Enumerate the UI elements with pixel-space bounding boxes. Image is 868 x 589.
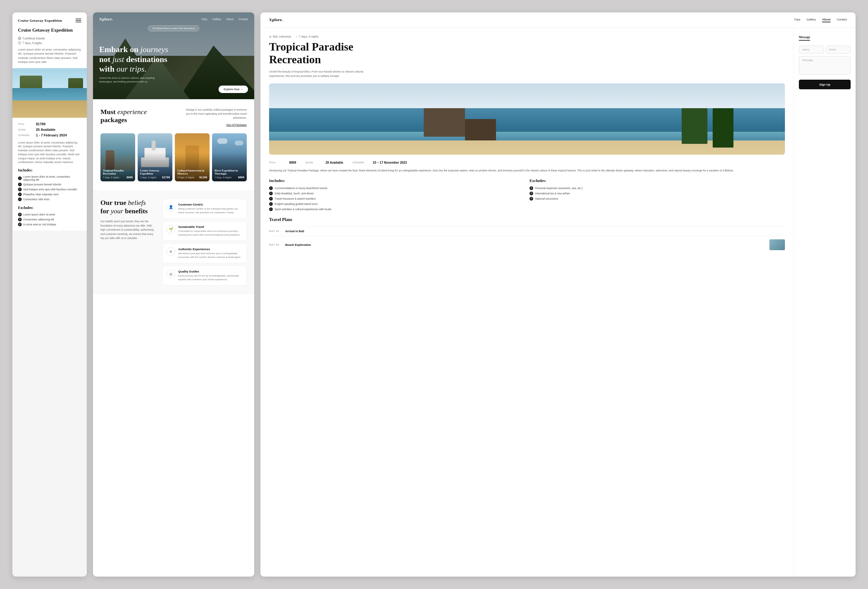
- card-location: ◎ Caribbean Islands: [18, 37, 81, 40]
- card-long-desc: Lorem ipsum dolor sit amet, consectetur …: [18, 141, 81, 165]
- price-item: Price $999: [269, 161, 296, 164]
- beliefs-right: 👤 Customer-Centric Being customer-centri…: [162, 199, 247, 285]
- panel-center: Xplore. Trips Gallery About Contact The …: [93, 12, 254, 577]
- beliefs-left: Our true beliefsfor your benefits Our be…: [100, 199, 156, 285]
- card-meta: ◎ Caribbean Islands ○ 7 days, 6 nights: [18, 37, 81, 45]
- explore-button[interactable]: Explore Now →: [218, 86, 248, 93]
- hero-nav: Xplore. Trips Gallery About Contact: [93, 12, 254, 26]
- check-icon: ✓: [269, 192, 273, 195]
- right-main: ◎ Bali, Indonesia ○ 7 days, 6 nights Tro…: [260, 28, 794, 577]
- hero-content: Embark on journeysnot just destinationsw…: [99, 45, 248, 84]
- packages-grid: Tropical Paradise Recreation 7 days, 6 n…: [100, 133, 247, 182]
- day-image: [769, 239, 785, 250]
- left-nav: Cruise Getaway Expedition: [18, 19, 81, 22]
- sustainable-icon: 🌱: [167, 225, 175, 234]
- check-icon: ✓: [269, 197, 273, 201]
- center-logo: Xplore.: [99, 17, 113, 22]
- customer-centric-icon: 👤: [167, 203, 175, 211]
- dest-subtitle: Unveil the beauty of tropical bliss. Fro…: [269, 69, 375, 78]
- card-duration: ○ 7 days, 6 nights: [18, 41, 81, 45]
- destination-hero-image: [269, 83, 785, 155]
- x-icon: ✗: [530, 192, 533, 195]
- package-card-4[interactable]: River Expedition in Thuringia 7 Days, 6 …: [212, 133, 247, 182]
- card-image: [12, 68, 87, 118]
- list-item: ✓Phasellus vitae vulputate nunc: [18, 192, 81, 196]
- email-input[interactable]: [826, 46, 851, 54]
- panel-right: Xplore. Trips Gallery About Contact ◎ Ba…: [260, 12, 856, 577]
- card-desc: Lorem ipsum dolor sit amet, consectetur …: [18, 48, 81, 65]
- hero-title: Embark on journeysnot just destinationsw…: [99, 45, 248, 74]
- quality-icon: ◎: [167, 270, 175, 278]
- check-icon: ✓: [269, 186, 273, 190]
- see-all-link[interactable]: See All Packages: [226, 123, 247, 127]
- right-nav-about[interactable]: About: [822, 18, 831, 22]
- nav-contact[interactable]: Contact: [238, 18, 248, 21]
- check-icon: ✓: [18, 183, 22, 186]
- belief-card-2: 🌱 Sustainable Travel Committed to respon…: [162, 221, 247, 241]
- includes-list: ✓Lorem ipsum dolor sit amet, consectetur…: [18, 175, 81, 201]
- schedule-row: Schedule 1 - 7 February 2024: [18, 133, 81, 137]
- package-card-1[interactable]: Tropical Paradise Recreation 7 days, 6 n…: [100, 133, 135, 182]
- includes-section: Includes: ✓Lorem ipsum dolor sit amet, c…: [18, 168, 81, 201]
- belief-card-4: ◎ Quality Guides Every journey will be l…: [162, 266, 247, 285]
- belief-text-3: Authentic Experiences We deliver journey…: [178, 247, 243, 259]
- right-nav-trips[interactable]: Trips: [794, 18, 800, 22]
- list-item: ✓Accommodations in luxury beachfront res…: [269, 186, 524, 190]
- name-input[interactable]: [799, 46, 824, 54]
- package-card-3[interactable]: Cultural Immersion in Morocco 6 Days, 5 …: [175, 133, 210, 182]
- x-icon: ✗: [18, 218, 22, 221]
- form-tab: Message: [799, 35, 810, 41]
- list-item: ✓Consectetur nibh enim: [18, 198, 81, 201]
- list-item: ✗Lorem ipsum dolor sit amet: [18, 213, 81, 216]
- includes-list: ✓Accommodations in luxury beachfront res…: [269, 186, 524, 211]
- list-item: ✓Travel insurance & airport transfers: [269, 197, 524, 201]
- belief-card-1: 👤 Customer-Centric Being customer-centri…: [162, 199, 247, 218]
- package-card-2[interactable]: Cruise Getaway Expedition 7 days, 6 nigh…: [138, 133, 172, 182]
- right-nav-gallery[interactable]: Gallery: [807, 18, 816, 22]
- check-icon: ✓: [18, 176, 22, 180]
- right-nav-links: Trips Gallery About Contact: [794, 18, 847, 22]
- list-item: ✓Sed tristique enim quis nibh faucibus c…: [18, 187, 81, 191]
- message-input[interactable]: [799, 56, 851, 75]
- x-icon: ✗: [18, 213, 22, 216]
- time-icon: ○: [296, 35, 298, 38]
- right-nav-contact[interactable]: Contact: [837, 18, 847, 22]
- belief-card-3: ✕ Authentic Experiences We deliver journ…: [162, 244, 247, 263]
- list-item: ✓Quisque posuere laoreet lobortis: [18, 183, 81, 186]
- check-icon: ✓: [269, 207, 273, 211]
- check-icon: ✓: [269, 202, 273, 206]
- dest-description: Introducing our Tropical Paradise Packag…: [269, 169, 785, 173]
- excludes-col: Excludes: ✗Personal expenses (souvenirs,…: [530, 178, 785, 211]
- signup-button[interactable]: Sign Up: [799, 80, 851, 89]
- includes-title: Includes:: [18, 168, 81, 173]
- form-name-email-row: [799, 46, 851, 56]
- panel-left: Cruise Getaway Expedition Cruise Getaway…: [12, 12, 87, 577]
- check-icon: ✓: [18, 192, 22, 196]
- nav-about[interactable]: About: [226, 18, 233, 21]
- hamburger-icon[interactable]: [76, 19, 81, 22]
- quota-row: Quota 25 Available: [18, 128, 81, 131]
- excludes-title: Excludes:: [530, 178, 785, 183]
- x-icon: ✗: [530, 186, 533, 190]
- check-icon: ✓: [18, 187, 22, 191]
- hero-section: Xplore. Trips Gallery About Contact The …: [93, 12, 254, 99]
- hero-badge: The Best Place to Start Your Adventure: [148, 25, 199, 31]
- list-item: ✗In porta ante ac nisl tristique: [18, 223, 81, 226]
- check-icon: ✓: [18, 198, 22, 201]
- list-item: ✗Consectetur adipiscing elit: [18, 218, 81, 221]
- list-item: ✓English-speaking guided island tours: [269, 202, 524, 206]
- schedule-item: Schedule 10 – 17 November 2023: [353, 161, 407, 164]
- list-item: ✗Optional excursions: [530, 197, 785, 201]
- belief-text-1: Customer-Centric Being customer-centric …: [178, 203, 243, 214]
- nav-gallery[interactable]: Gallery: [213, 18, 221, 21]
- excludes-list: ✗Lorem ipsum dolor sit amet ✗Consectetur…: [18, 213, 81, 226]
- excludes-section: Excludes: ✗Lorem ipsum dolor sit amet ✗C…: [18, 205, 81, 226]
- day-row-1: DAY 01 Arrival in Bali: [269, 226, 785, 236]
- nav-trips[interactable]: Trips: [201, 18, 207, 21]
- excludes-list: ✗Personal expenses (souvenirs, spa, etc.…: [530, 186, 785, 201]
- packages-title: Must experiencepackages: [100, 108, 147, 124]
- clock-icon: ○: [18, 41, 21, 44]
- left-logo: Cruise Getaway Expedition: [18, 19, 62, 22]
- x-icon: ✗: [530, 197, 533, 201]
- quota-item: Quota 20 Available: [306, 161, 343, 164]
